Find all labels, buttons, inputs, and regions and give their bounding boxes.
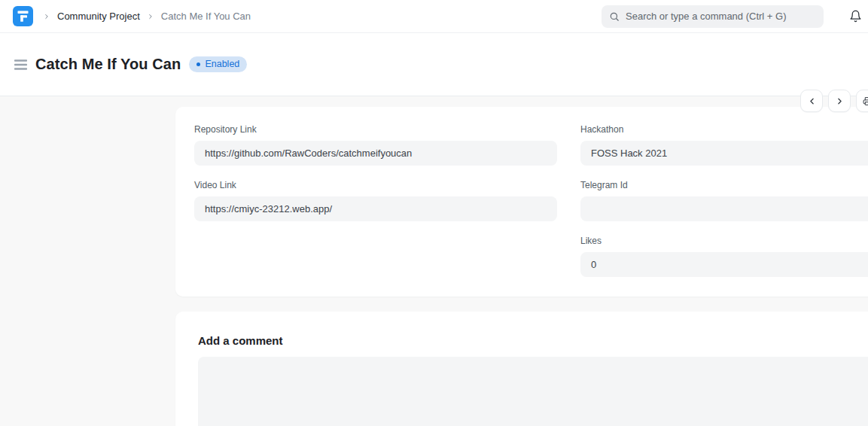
chevron-right-icon xyxy=(147,13,154,20)
prev-record-button[interactable] xyxy=(800,90,823,112)
print-button[interactable] xyxy=(856,90,868,112)
field-video-link: Video Link xyxy=(194,180,557,221)
frappe-logo[interactable] xyxy=(13,6,33,26)
sidebar-toggle-button[interactable] xyxy=(13,56,29,73)
comment-input[interactable] xyxy=(198,357,868,426)
frappe-logo-icon xyxy=(13,6,33,26)
search-input[interactable] xyxy=(626,11,816,22)
field-telegram-id: Telegram Id xyxy=(580,180,868,221)
navbar: Community Project Catch Me If You Can xyxy=(0,0,868,33)
field-hackathon: Hackathon xyxy=(580,124,868,166)
content-area: Repository Link Video Link Hackathon Tel… xyxy=(0,96,868,426)
search-icon xyxy=(609,11,620,22)
comment-card: Add a comment xyxy=(175,312,868,426)
add-comment-heading: Add a comment xyxy=(198,334,868,347)
chevron-right-icon xyxy=(835,96,845,106)
repository-link-input[interactable] xyxy=(194,141,557,166)
bell-icon xyxy=(849,10,862,23)
breadcrumb: Community Project Catch Me If You Can xyxy=(43,11,251,22)
next-record-button[interactable] xyxy=(828,90,851,112)
chevron-left-icon xyxy=(807,96,817,106)
hackathon-input[interactable] xyxy=(580,141,868,166)
menu-icon xyxy=(14,59,29,71)
notifications-button[interactable] xyxy=(847,8,863,25)
status-badge: Enabled xyxy=(189,56,247,72)
likes-input[interactable] xyxy=(580,252,868,277)
page-header: Catch Me If You Can Enabled xyxy=(0,33,868,96)
repository-link-label: Repository Link xyxy=(194,124,557,135)
status-dot-icon xyxy=(196,62,200,66)
video-link-input[interactable] xyxy=(194,196,557,221)
telegram-id-label: Telegram Id xyxy=(580,180,868,190)
hackathon-label: Hackathon xyxy=(580,124,868,135)
breadcrumb-item-current: Catch Me If You Can xyxy=(161,11,251,22)
telegram-id-input[interactable] xyxy=(580,196,868,221)
page-title: Catch Me If You Can xyxy=(35,56,181,73)
form-card: Repository Link Video Link Hackathon Tel… xyxy=(175,107,868,297)
search-bar[interactable] xyxy=(602,5,824,28)
status-badge-label: Enabled xyxy=(205,59,239,69)
field-likes: Likes xyxy=(580,236,868,277)
form-column-left: Repository Link Video Link xyxy=(194,124,557,277)
breadcrumb-item-community-project[interactable]: Community Project xyxy=(57,11,140,22)
field-repository-link: Repository Link xyxy=(194,124,557,166)
printer-icon xyxy=(863,96,868,106)
record-navigation xyxy=(800,90,868,112)
likes-label: Likes xyxy=(580,236,868,246)
chevron-right-icon xyxy=(43,13,50,20)
video-link-label: Video Link xyxy=(194,180,557,190)
form-column-right: Hackathon Telegram Id Likes xyxy=(580,124,868,277)
